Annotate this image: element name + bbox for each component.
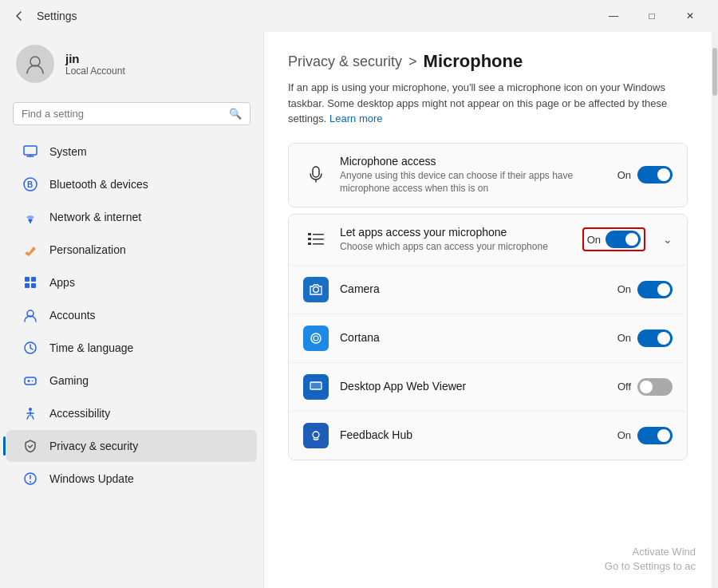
sidebar-item-accessibility[interactable]: Accessibility bbox=[6, 397, 257, 429]
maximize-button[interactable]: □ bbox=[633, 3, 670, 29]
sidebar-nav: System B Bluetooth & devices bbox=[0, 135, 263, 495]
user-name: jin bbox=[65, 52, 125, 65]
breadcrumb: Privacy & security > Microphone bbox=[288, 51, 688, 72]
sidebar-item-network-label: Network & internet bbox=[49, 211, 141, 223]
desktop-app-web-row: Desktop App Web Viewer Off bbox=[289, 363, 687, 412]
window-controls: — □ ✕ bbox=[595, 3, 708, 29]
let-apps-access-control: On bbox=[582, 227, 645, 251]
sidebar-item-privacy[interactable]: Privacy & security bbox=[6, 430, 257, 462]
svg-rect-16 bbox=[313, 167, 319, 177]
cortana-toggle[interactable] bbox=[637, 330, 673, 347]
activate-windows-watermark: Activate Wind Go to Settings to ac bbox=[605, 545, 696, 574]
let-apps-chevron[interactable]: ⌄ bbox=[663, 233, 673, 246]
camera-toggle[interactable] bbox=[637, 281, 673, 298]
gaming-icon bbox=[22, 373, 38, 389]
svg-point-28 bbox=[313, 432, 319, 438]
title-bar-left: Settings bbox=[10, 6, 77, 26]
cortana-row: Cortana On bbox=[289, 314, 687, 363]
cortana-app-label: Cortana bbox=[340, 331, 606, 344]
svg-point-12 bbox=[32, 381, 34, 382]
scrollbar[interactable] bbox=[712, 32, 718, 588]
microphone-access-card: Microphone access Anyone using this devi… bbox=[288, 143, 688, 208]
scrollbar-thumb[interactable] bbox=[712, 48, 717, 96]
breadcrumb-parent[interactable]: Privacy & security bbox=[288, 53, 402, 70]
cortana-app-control: On bbox=[617, 330, 673, 347]
feedback-hub-text: Feedback Hub bbox=[340, 428, 606, 443]
svg-point-15 bbox=[30, 481, 31, 483]
back-button[interactable] bbox=[10, 6, 29, 26]
learn-more-link[interactable]: Learn more bbox=[329, 112, 382, 124]
close-button[interactable]: ✕ bbox=[672, 3, 708, 29]
search-box[interactable]: 🔍 bbox=[13, 102, 251, 125]
network-icon bbox=[22, 209, 38, 225]
svg-rect-17 bbox=[308, 233, 311, 235]
svg-rect-6 bbox=[31, 277, 36, 282]
search-container: 🔍 bbox=[0, 96, 263, 135]
sidebar-item-accessibility-label: Accessibility bbox=[49, 407, 110, 420]
feedback-hub-row: Feedback Hub On bbox=[289, 412, 687, 460]
desktop-app-icon bbox=[303, 374, 329, 400]
cortana-app-text: Cortana bbox=[340, 331, 606, 345]
sidebar-item-time-label: Time & language bbox=[49, 341, 133, 354]
microphone-access-text: Microphone access Anyone using this devi… bbox=[340, 155, 606, 196]
sidebar-item-time[interactable]: Time & language bbox=[6, 332, 257, 364]
breadcrumb-separator: > bbox=[408, 53, 417, 70]
sidebar-item-gaming[interactable]: Gaming bbox=[6, 365, 257, 397]
search-input[interactable] bbox=[22, 108, 223, 120]
desktop-app-web-text: Desktop App Web Viewer bbox=[340, 380, 606, 394]
cortana-app-icon bbox=[303, 326, 329, 351]
avatar bbox=[16, 45, 54, 83]
sidebar-item-accounts-label: Accounts bbox=[49, 309, 96, 322]
title-bar: Settings — □ ✕ bbox=[0, 0, 718, 32]
feedback-hub-app-icon bbox=[303, 423, 329, 448]
sidebar-item-bluetooth[interactable]: B Bluetooth & devices bbox=[6, 168, 257, 200]
sidebar-item-system-label: System bbox=[49, 145, 87, 158]
sidebar-item-update-label: Windows Update bbox=[49, 472, 134, 485]
microphone-icon bbox=[303, 162, 329, 187]
desktop-app-web-label: Desktop App Web Viewer bbox=[340, 380, 606, 393]
breadcrumb-current: Microphone bbox=[424, 51, 523, 72]
sidebar-item-network[interactable]: Network & internet bbox=[6, 201, 257, 233]
microphone-access-control: On bbox=[617, 166, 673, 184]
search-icon: 🔍 bbox=[229, 108, 242, 120]
accounts-icon bbox=[22, 307, 38, 323]
feedback-toggle-label: On bbox=[617, 429, 631, 441]
let-apps-access-toggle[interactable] bbox=[606, 231, 641, 248]
svg-point-13 bbox=[29, 408, 32, 411]
cortana-toggle-label: On bbox=[617, 332, 631, 344]
accessibility-icon bbox=[22, 405, 38, 421]
bluetooth-icon: B bbox=[22, 176, 38, 192]
minimize-button[interactable]: — bbox=[595, 3, 632, 29]
sidebar-item-personalization[interactable]: Personalization bbox=[6, 234, 257, 266]
microphone-access-toggle[interactable] bbox=[637, 166, 673, 184]
feedback-hub-toggle[interactable] bbox=[637, 427, 673, 444]
sidebar: jin Local Account 🔍 System bbox=[0, 32, 263, 588]
page-description: If an app is using your microphone, you'… bbox=[288, 80, 688, 127]
camera-app-icon bbox=[303, 277, 329, 302]
svg-rect-21 bbox=[308, 243, 311, 245]
sidebar-item-apps[interactable]: Apps bbox=[6, 266, 257, 298]
watermark-line1: Activate Wind bbox=[605, 545, 696, 559]
sidebar-item-privacy-label: Privacy & security bbox=[49, 440, 138, 452]
svg-rect-8 bbox=[31, 283, 36, 288]
sidebar-item-accounts[interactable]: Accounts bbox=[6, 299, 257, 331]
user-profile: jin Local Account bbox=[0, 32, 263, 96]
feedback-hub-control: On bbox=[617, 427, 673, 444]
svg-rect-18 bbox=[313, 234, 324, 235]
sidebar-item-apps-label: Apps bbox=[49, 276, 75, 289]
microphone-access-row: Microphone access Anyone using this devi… bbox=[289, 144, 687, 207]
svg-point-4 bbox=[30, 222, 31, 223]
sidebar-item-personalization-label: Personalization bbox=[49, 243, 126, 256]
svg-rect-11 bbox=[25, 377, 36, 385]
let-apps-access-row: Let apps access your microphone Choose w… bbox=[289, 215, 687, 266]
svg-rect-22 bbox=[313, 243, 324, 245]
desktop-app-web-toggle[interactable] bbox=[637, 378, 673, 396]
microphone-access-label: Microphone access bbox=[340, 155, 606, 168]
user-info: jin Local Account bbox=[65, 52, 125, 77]
personalization-icon bbox=[22, 242, 38, 258]
sidebar-item-system[interactable]: System bbox=[6, 136, 257, 168]
let-apps-access-desc: Choose which apps can access your microp… bbox=[340, 240, 571, 254]
sidebar-item-windows-update[interactable]: Windows Update bbox=[6, 463, 257, 495]
svg-rect-5 bbox=[25, 277, 30, 282]
let-apps-access-toggle-label: On bbox=[587, 234, 601, 246]
